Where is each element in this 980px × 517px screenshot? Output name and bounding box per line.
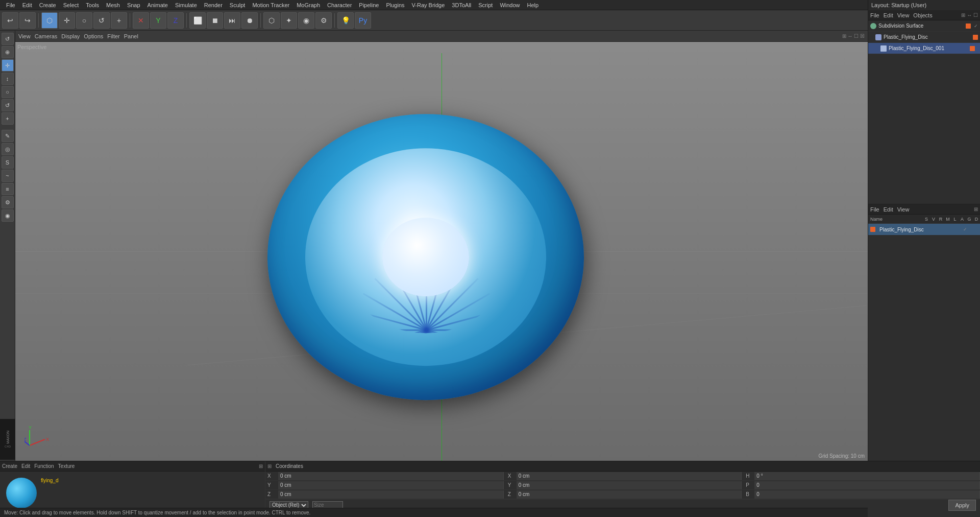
y-scale-input[interactable] <box>517 481 742 489</box>
obj-mgr-objects[interactable]: Objects <box>913 12 932 18</box>
mat-panel-edit[interactable]: Edit <box>21 463 30 469</box>
mat-panel-texture[interactable]: Texture <box>58 463 75 469</box>
axis-indicator: X Y Z <box>24 425 50 451</box>
y-pos-input[interactable] <box>278 481 504 489</box>
p-rot-input[interactable] <box>754 481 980 489</box>
obj-mgr-edit[interactable]: Edit <box>884 12 893 18</box>
x-scale-input[interactable] <box>517 472 742 480</box>
menu-simulate[interactable]: Simulate <box>172 0 200 10</box>
material-row-disc[interactable]: Plastic_Flying_Disc ✓ <box>868 224 980 235</box>
left-tool-13[interactable]: ⚙ <box>2 196 14 208</box>
x-pos-input[interactable] <box>278 472 504 480</box>
obj-color-3 <box>970 46 975 51</box>
rotate-btn[interactable]: ↺ <box>93 12 110 29</box>
menu-edit[interactable]: Edit <box>19 0 35 10</box>
mat-panel-create[interactable]: Create <box>2 463 17 469</box>
vp-tab-options[interactable]: Options <box>84 33 103 39</box>
viewport-canvas: Perspective X Y Z Grid Spacing <box>15 42 868 461</box>
menu-character[interactable]: Character <box>324 0 355 10</box>
menu-render[interactable]: Render <box>201 0 226 10</box>
transform-btn[interactable]: + <box>111 12 127 29</box>
menu-pipeline[interactable]: Pipeline <box>356 0 382 10</box>
menu-mograph[interactable]: MoGraph <box>293 0 323 10</box>
left-tool-9[interactable]: ◎ <box>2 143 14 155</box>
scale-btn[interactable]: ○ <box>76 12 92 29</box>
left-tool-6[interactable]: ↺ <box>2 99 14 111</box>
menu-plugins[interactable]: Plugins <box>383 0 407 10</box>
vp-tab-panel[interactable]: Panel <box>124 33 138 39</box>
h-rot-input[interactable] <box>754 472 980 480</box>
poly-mode-btn[interactable]: ⏺ <box>241 12 258 29</box>
edge-mode-btn[interactable]: ⏭ <box>224 12 240 29</box>
menu-tools[interactable]: Tools <box>83 0 102 10</box>
mat-mgr-edit[interactable]: Edit <box>884 206 893 213</box>
obj-mgr-view[interactable]: View <box>897 12 910 18</box>
obj-row-subdivision[interactable]: Subdivision Surface ✓ <box>868 20 980 32</box>
obj-row-flying-disc-001[interactable]: Plastic_Flying_Disc_001 <box>868 43 980 54</box>
obj-color-1 <box>966 24 971 29</box>
menu-animate[interactable]: Animate <box>144 0 171 10</box>
menu-help[interactable]: Help <box>524 0 542 10</box>
left-tool-2[interactable]: ⊕ <box>2 46 14 58</box>
vp-tab-display[interactable]: Display <box>61 33 80 39</box>
left-tool-11[interactable]: ~ <box>2 170 14 182</box>
menu-select[interactable]: Select <box>60 0 82 10</box>
frisbee-object <box>267 114 584 400</box>
z-scale-input[interactable] <box>517 490 742 499</box>
select-btn[interactable]: ⬡ <box>41 12 58 29</box>
redo-btn[interactable]: ↪ <box>19 12 36 29</box>
obj-row-flying-disc[interactable]: Plastic_Flying_Disc <box>868 32 980 43</box>
left-tool-7[interactable]: + <box>2 112 14 125</box>
menu-create[interactable]: Create <box>36 0 59 10</box>
menu-3dtoall[interactable]: 3DToAll <box>449 0 474 10</box>
mat-panel-function[interactable]: Function <box>34 463 54 469</box>
left-tool-1[interactable]: ↺ <box>2 33 14 45</box>
obj-name-subdivision: Subdivision Surface <box>878 23 923 29</box>
point-mode-btn[interactable]: ⏹ <box>207 12 223 29</box>
python-btn[interactable]: Py <box>355 12 371 29</box>
mat-mgr-view[interactable]: View <box>897 206 910 213</box>
x-axis-btn[interactable]: ✕ <box>133 12 149 29</box>
light-btn[interactable]: 💡 <box>337 12 354 29</box>
menu-snap[interactable]: Snap <box>124 0 143 10</box>
vp-tab-filter[interactable]: Filter <box>107 33 119 39</box>
vp-tab-cameras[interactable]: Cameras <box>35 33 58 39</box>
svg-line-0 <box>30 439 45 445</box>
y-axis-btn[interactable]: Y <box>150 12 166 29</box>
apply-button[interactable]: Apply <box>948 500 976 511</box>
left-tool-8[interactable]: ✎ <box>2 130 14 142</box>
z-pos-input[interactable] <box>278 490 504 499</box>
obj-color-2 <box>973 35 978 40</box>
left-tool-14[interactable]: ◉ <box>2 209 14 222</box>
vp-tab-view[interactable]: View <box>18 33 31 39</box>
render-btn[interactable]: ⬡ <box>263 12 280 29</box>
render-settings-btn[interactable]: ⚙ <box>315 12 332 29</box>
object-mode-btn[interactable]: ⬜ <box>189 12 206 29</box>
left-tool-3[interactable]: ✛ <box>2 59 14 72</box>
menu-motion-tracker[interactable]: Motion Tracker <box>249 0 292 10</box>
menu-script[interactable]: Script <box>475 0 496 10</box>
obj-mgr-file[interactable]: File <box>870 12 879 18</box>
render-region-btn[interactable]: ◉ <box>298 12 314 29</box>
mat-col-v: V <box>930 217 937 222</box>
left-tool-12[interactable]: ≡ <box>2 183 14 195</box>
left-tool-10[interactable]: S <box>2 156 14 169</box>
object-manager-panel: File Edit View Objects ⊞ ↔ ☐ Subdivision… <box>868 10 980 204</box>
menu-vray[interactable]: V-Ray Bridge <box>409 0 448 10</box>
left-tool-5[interactable]: ○ <box>2 86 14 98</box>
menu-file[interactable]: File <box>3 0 18 10</box>
mat-col-a: A <box>959 217 966 222</box>
material-preview-sphere[interactable] <box>6 478 37 508</box>
move-btn[interactable]: ✛ <box>59 12 75 29</box>
z-axis-btn[interactable]: Z <box>167 12 184 29</box>
menu-sculpt[interactable]: Sculpt <box>227 0 249 10</box>
mat-mgr-file[interactable]: File <box>870 206 879 213</box>
viewport[interactable]: View Cameras Display Options Filter Pane… <box>15 31 868 461</box>
render-view-btn[interactable]: ✦ <box>281 12 297 29</box>
b-rot-input[interactable] <box>754 490 980 499</box>
menu-window[interactable]: Window <box>497 0 523 10</box>
undo-btn[interactable]: ↩ <box>2 12 18 29</box>
separator-2 <box>130 13 130 28</box>
menu-mesh[interactable]: Mesh <box>103 0 123 10</box>
left-tool-4[interactable]: ↕ <box>2 73 14 85</box>
